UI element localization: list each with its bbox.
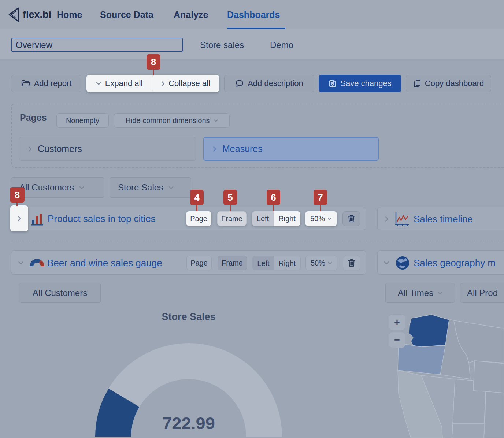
annotation-stem bbox=[16, 203, 18, 206]
tab-demo[interactable]: Demo bbox=[270, 40, 293, 50]
brand-logo[interactable]: flex.bi bbox=[7, 7, 51, 23]
pages-label: Pages bbox=[20, 112, 47, 123]
gauge-filter-all-customers[interactable]: All Customers bbox=[19, 283, 101, 303]
expand-collapse-group: Expand all Collapse all bbox=[86, 75, 219, 92]
report-expand-button[interactable] bbox=[10, 205, 28, 231]
chevron-down-icon[interactable] bbox=[18, 261, 24, 265]
annotation-marker-7: 7 bbox=[314, 190, 327, 205]
store-sales-dropdown[interactable]: Store Sales bbox=[110, 177, 191, 198]
dimension-button-measures[interactable]: Measures bbox=[203, 137, 379, 161]
chevron-right-icon bbox=[161, 81, 165, 86]
map-filter-all-times[interactable]: All Times bbox=[385, 283, 455, 303]
report-title-sales-geography[interactable]: Sales geography m bbox=[414, 257, 496, 269]
hide-common-dimensions-dropdown[interactable]: Hide common dimensions bbox=[114, 113, 230, 128]
speech-bubble-icon bbox=[235, 79, 244, 88]
section-divider bbox=[11, 241, 504, 241]
dashboard-title-value: Overview bbox=[16, 40, 52, 50]
state-arizona bbox=[452, 424, 484, 438]
chevron-down-icon bbox=[438, 292, 442, 295]
pages-panel: Pages Nonempty Hide common dimensions Cu… bbox=[11, 104, 504, 168]
right-button[interactable]: Right bbox=[274, 211, 300, 226]
report-title-product-sales[interactable]: Product sales in top cities bbox=[48, 213, 156, 224]
nav-item-analyze[interactable]: Analyze bbox=[174, 10, 208, 20]
nav-item-dashboards[interactable]: Dashboards bbox=[227, 10, 280, 20]
state-washington bbox=[409, 315, 449, 347]
annotation-stem bbox=[320, 205, 321, 211]
zoom-50-dropdown[interactable]: 50% bbox=[305, 211, 337, 226]
save-icon bbox=[329, 79, 337, 88]
gauge-value: 722.99 bbox=[130, 413, 247, 433]
page-button-dim[interactable]: Page bbox=[186, 256, 212, 270]
annotation-marker-6: 6 bbox=[267, 190, 280, 205]
map-zoom-out-button[interactable]: − bbox=[389, 332, 405, 348]
copy-icon bbox=[413, 79, 421, 88]
dashboard-title-input[interactable]: Overview bbox=[11, 38, 183, 52]
chevron-right-icon bbox=[28, 146, 32, 152]
left-button[interactable]: Left bbox=[253, 256, 274, 270]
report-title-sales-timeline[interactable]: Sales timeline bbox=[414, 214, 473, 225]
frame-label: Frame bbox=[221, 215, 242, 223]
line-chart-icon bbox=[394, 211, 410, 227]
right-button[interactable]: Right bbox=[274, 256, 300, 270]
copy-dashboard-button[interactable]: Copy dashboard bbox=[406, 75, 491, 92]
chevron-down-icon bbox=[96, 82, 101, 85]
left-right-segment: Left Right bbox=[252, 211, 300, 226]
chevron-down-icon bbox=[327, 217, 332, 220]
chevron-down-icon bbox=[214, 119, 218, 122]
annotation-stem bbox=[196, 205, 197, 211]
annotation-stem bbox=[273, 205, 274, 211]
all-customers-dropdown[interactable]: All Customers bbox=[11, 177, 104, 198]
chevron-right-icon bbox=[213, 146, 216, 152]
nav-item-home[interactable]: Home bbox=[57, 10, 82, 20]
chevron-down-icon[interactable] bbox=[383, 261, 389, 265]
page-button[interactable]: Page bbox=[186, 211, 211, 226]
frame-label: Frame bbox=[222, 259, 243, 267]
left-label: Left bbox=[257, 259, 269, 268]
expand-all-button[interactable]: Expand all bbox=[86, 75, 152, 92]
report-row-beer-gauge: Beer and wine sales gauge Page Frame Lef… bbox=[11, 250, 366, 275]
dimension-measures-label: Measures bbox=[222, 144, 263, 154]
dimension-customers-label: Customers bbox=[38, 144, 82, 154]
annotation-marker-4: 4 bbox=[190, 190, 204, 205]
right-label: Right bbox=[278, 215, 296, 223]
zoom-50-dropdown-dim[interactable]: 50% bbox=[305, 256, 337, 270]
frame-button-dim[interactable]: Frame bbox=[218, 256, 247, 270]
tab-store-sales[interactable]: Store sales bbox=[200, 40, 244, 50]
nonempty-button[interactable]: Nonempty bbox=[56, 113, 109, 128]
chevron-right-icon[interactable] bbox=[385, 216, 389, 222]
globe-icon bbox=[395, 256, 410, 270]
zoom-50-label: 50% bbox=[310, 215, 325, 223]
left-label: Left bbox=[257, 215, 269, 223]
chevron-down-icon bbox=[328, 261, 332, 264]
add-report-button[interactable]: Add report bbox=[11, 75, 81, 92]
chevron-down-icon bbox=[79, 186, 84, 189]
gauge-chart-title: Store Sales bbox=[115, 311, 262, 323]
add-description-label: Add description bbox=[248, 79, 303, 88]
map-zoom-in-button[interactable]: + bbox=[389, 314, 405, 330]
all-times-label: All Times bbox=[398, 288, 433, 298]
left-right-segment-dim: Left Right bbox=[252, 256, 301, 270]
report-row-sales-geography: Sales geography m bbox=[377, 250, 504, 275]
collapse-all-label: Collapse all bbox=[168, 79, 210, 88]
page-label: Page bbox=[190, 259, 208, 267]
annotation-stem bbox=[230, 205, 231, 211]
save-changes-label: Save changes bbox=[340, 79, 391, 88]
delete-report-button[interactable] bbox=[343, 256, 360, 270]
dimension-button-customers[interactable]: Customers bbox=[19, 137, 196, 161]
save-changes-button[interactable]: Save changes bbox=[319, 75, 401, 92]
folder-open-icon bbox=[21, 79, 30, 88]
state-colorado bbox=[484, 391, 504, 438]
delete-report-button[interactable] bbox=[342, 211, 360, 226]
report-title-beer-gauge[interactable]: Beer and wine sales gauge bbox=[47, 257, 162, 269]
all-customers-label: All Customers bbox=[19, 182, 74, 193]
left-button[interactable]: Left bbox=[252, 211, 274, 226]
zoom-50-label: 50% bbox=[311, 259, 325, 267]
frame-button[interactable]: Frame bbox=[217, 211, 247, 226]
collapse-all-button[interactable]: Collapse all bbox=[152, 75, 219, 92]
page-label: Page bbox=[190, 215, 207, 223]
gauge-icon bbox=[30, 258, 44, 267]
map-filter-all-products[interactable]: All Prod bbox=[460, 283, 504, 303]
nav-item-source-data[interactable]: Source Data bbox=[100, 10, 153, 20]
dashboard-tabs-bar: Overview Store sales Demo bbox=[0, 29, 504, 60]
add-description-button[interactable]: Add description bbox=[224, 75, 314, 92]
